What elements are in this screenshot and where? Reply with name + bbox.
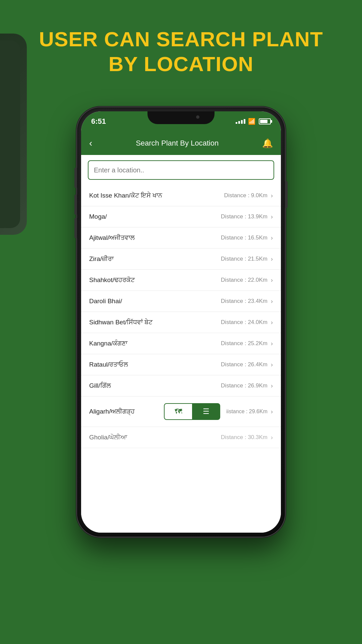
wifi-icon: 📶: [248, 118, 255, 125]
list-view-button[interactable]: ☰: [193, 403, 220, 420]
list-item[interactable]: Ajitwal/ਅਜੀਤਵਾਲ Distance : 16.5Km ›: [81, 227, 281, 249]
location-name: Sidhwan Bet/ਸਿੱਧਵਾਂ ਬੇਟ: [89, 319, 153, 326]
search-container: [81, 155, 281, 185]
location-right: Distance : 13.9Km ›: [221, 213, 273, 220]
status-icons: 📶: [236, 118, 271, 125]
chevron-right-icon: ›: [271, 256, 273, 263]
phone-screen: 6:51 📶: [81, 111, 281, 533]
list-item[interactable]: Rataul/ਰਤਾਓਲ Distance : 26.4Km ›: [81, 354, 281, 375]
camera-dot: [196, 115, 199, 119]
location-name: Ajitwal/ਅਜੀਤਵਾਲ: [89, 234, 135, 241]
list-item[interactable]: Aligarh/ਅਲੀਗੜ੍ਹ 🗺 ☰ iistance : 29.6Km ›: [81, 396, 281, 427]
location-name: Rataul/ਰਤਾਓਲ: [89, 361, 128, 368]
location-name: Gholia/ਘੋਲੀਆ: [89, 434, 127, 441]
location-distance: Distance : 21.5Km: [221, 256, 267, 262]
chevron-right-icon: ›: [271, 213, 273, 220]
app-header: ‹ Search Plant By Location 🔔: [81, 131, 281, 155]
list-item[interactable]: Gholia/ਘੋਲੀਆ Distance : 30.3Km ›: [81, 427, 281, 448]
location-name: Kot Isse Khan/ਕੋਟ ਇਸੇ ਖਾਨ: [89, 192, 162, 199]
location-distance: Distance : 13.9Km: [221, 213, 267, 220]
status-bar: 6:51 📶: [81, 111, 281, 131]
location-name: Daroli Bhai/: [89, 298, 122, 305]
location-right: Distance : 25.2Km ›: [221, 340, 273, 347]
signal-icon: [236, 119, 245, 124]
location-distance: Distance : 25.2Km: [221, 340, 267, 347]
location-right: Distance : 26.9Km ›: [221, 382, 273, 389]
inline-nav: 🗺 ☰: [164, 403, 220, 420]
battery-icon: [259, 118, 271, 124]
location-right: Distance : 21.5Km ›: [221, 256, 273, 263]
notch: [147, 111, 215, 124]
location-name: Zira/ਜ਼ੀਰਾ: [89, 255, 114, 263]
location-distance: Distance : 26.4Km: [221, 361, 267, 368]
decorative-phone: [0, 34, 27, 235]
chevron-right-icon: ›: [271, 382, 273, 389]
location-right: Distance : 23.4Km ›: [221, 298, 273, 305]
bell-icon[interactable]: 🔔: [262, 138, 273, 149]
location-distance: iistance : 29.6Km: [226, 409, 267, 415]
location-name: Shahkot/ਢਹਰਕੋਟ: [89, 276, 135, 284]
status-time: 6:51: [91, 117, 106, 126]
page-title: User can search plant by location: [0, 0, 362, 90]
location-distance: Distance : 24.0Km: [221, 319, 267, 326]
location-distance: Distance : 23.4Km: [221, 298, 267, 305]
location-distance: Distance : 26.9Km: [221, 382, 267, 389]
list-item[interactable]: Zira/ਜ਼ੀਰਾ Distance : 21.5Km ›: [81, 249, 281, 270]
location-distance: Distance : 22.0Km: [221, 277, 267, 283]
location-distance: Distance : 30.3Km: [221, 434, 267, 441]
map-view-button[interactable]: 🗺: [164, 403, 193, 420]
location-distance: Distance : 9.0Km: [224, 192, 267, 199]
list-item[interactable]: Kot Isse Khan/ਕੋਟ ਇਸੇ ਖਾਨ Distance : 9.0…: [81, 185, 281, 206]
chevron-right-icon: ›: [271, 434, 273, 441]
location-name: Kangna/ਕੰਗਣਾ: [89, 340, 127, 347]
chevron-right-icon: ›: [271, 361, 273, 368]
chevron-right-icon: ›: [271, 277, 273, 284]
list-icon: ☰: [203, 407, 209, 416]
list-item[interactable]: Daroli Bhai/ Distance : 23.4Km ›: [81, 291, 281, 312]
chevron-right-icon: ›: [271, 340, 273, 347]
list-item[interactable]: Moga/ Distance : 13.9Km ›: [81, 206, 281, 227]
location-name: Moga/: [89, 213, 107, 220]
chevron-right-icon: ›: [271, 408, 273, 415]
header-title: Search Plant By Location: [136, 139, 219, 148]
list-item[interactable]: Gill/ਗਿੱਲ Distance : 26.9Km ›: [81, 375, 281, 396]
back-button[interactable]: ‹: [89, 138, 92, 149]
phone-frame: 6:51 📶: [77, 107, 285, 537]
search-input[interactable]: [88, 160, 274, 180]
chevron-right-icon: ›: [271, 192, 273, 199]
list-item[interactable]: Sidhwan Bet/ਸਿੱਧਵਾਂ ਬੇਟ Distance : 24.0K…: [81, 312, 281, 333]
list-item[interactable]: Kangna/ਕੰਗਣਾ Distance : 25.2Km ›: [81, 333, 281, 354]
phone-mockup: 6:51 📶: [77, 107, 285, 537]
map-icon: 🗺: [175, 407, 182, 416]
chevron-right-icon: ›: [271, 234, 273, 241]
location-right: 🗺 ☰ iistance : 29.6Km ›: [164, 403, 273, 420]
location-right: Distance : 22.0Km ›: [221, 277, 273, 284]
location-right: Distance : 30.3Km ›: [221, 434, 273, 441]
location-right: Distance : 24.0Km ›: [221, 319, 273, 326]
location-right: Distance : 26.4Km ›: [221, 361, 273, 368]
location-right: Distance : 16.5Km ›: [221, 234, 273, 241]
location-right: Distance : 9.0Km ›: [224, 192, 273, 199]
chevron-right-icon: ›: [271, 298, 273, 305]
chevron-right-icon: ›: [271, 319, 273, 326]
location-name: Aligarh/ਅਲੀਗੜ੍ਹ: [89, 408, 135, 415]
location-list: Kot Isse Khan/ਕੋਟ ਇਸੇ ਖਾਨ Distance : 9.0…: [81, 185, 281, 533]
location-distance: Distance : 16.5Km: [221, 234, 267, 241]
list-item[interactable]: Shahkot/ਢਹਰਕੋਟ Distance : 22.0Km ›: [81, 270, 281, 291]
location-name: Gill/ਗਿੱਲ: [89, 382, 111, 389]
